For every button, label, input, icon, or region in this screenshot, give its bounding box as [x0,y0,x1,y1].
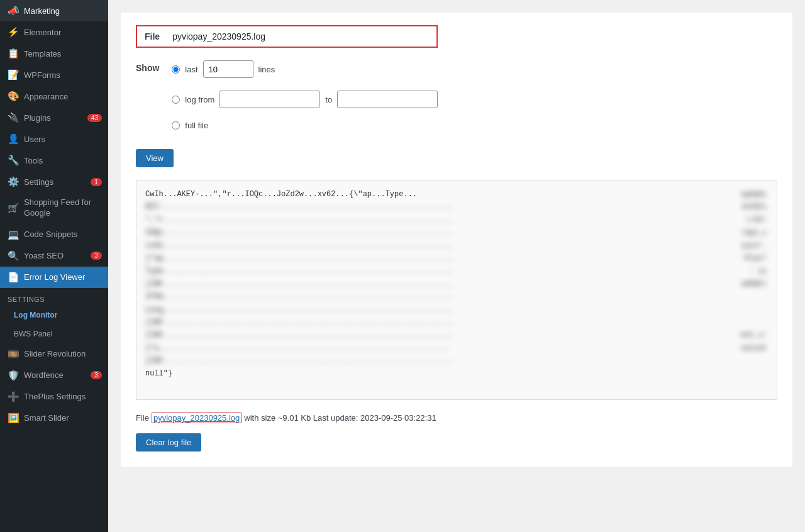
log-line: [INF....................................… [145,329,768,341]
log-from-input[interactable] [219,91,320,108]
log-line: null"} [145,367,768,380]
sidebar-item-code-snippets[interactable]: 💻 Code Snippets [0,224,108,245]
sidebar-section-settings: Settings [0,288,108,306]
radio-last[interactable] [172,65,180,74]
users-icon: 👤 [8,133,19,145]
show-label: Show [136,63,159,73]
sidebar-item-templates[interactable]: 📋 Templates [0,43,108,64]
log-line: xv62....................................… [145,240,768,252]
yoast-icon: 🔍 [8,250,19,262]
to-text: to [325,95,332,104]
wordfence-icon: 🛡️ [8,370,19,381]
log-line: [INF....................................… [145,355,768,367]
slider-revolution-icon: 🎞️ [8,348,19,360]
log-line: Type....................................… [145,265,768,277]
clear-log-button[interactable]: Clear log file [136,433,201,452]
log-to-input[interactable] [337,91,438,108]
file-info-prefix: File [136,413,149,423]
sidebar-item-label: Smart Slider [24,413,102,423]
sidebar-item-bws-panel[interactable]: BWS Panel [0,324,108,343]
sidebar-item-log-monitor[interactable]: Log Monitor [0,306,108,324]
radio-log-from[interactable] [172,96,180,104]
plugins-badge: 43 [87,114,102,122]
error-log-icon: 📄 [8,272,19,283]
code-snippets-icon: 💻 [8,229,19,240]
sidebar-item-theplus-settings[interactable]: ➕ ThePlus Settings [0,386,108,407]
sidebar-item-elementor[interactable]: ⚡ Elementor [0,21,108,43]
show-row-last: last lines [172,60,438,78]
sidebar-sub-label: Log Monitor [14,311,102,319]
elementor-icon: ⚡ [8,26,19,38]
sidebar-item-label: Wordfence [24,370,86,380]
sidebar-item-label: Templates [24,49,102,58]
sidebar-item-smart-slider[interactable]: 🖼️ Smart Slider [0,407,108,429]
file-label: File [145,31,160,42]
sidebar-item-slider-revolution[interactable]: 🎞️ Slider Revolution [0,343,108,365]
main-content: File pyviopay_20230925.log Show last lin… [108,0,805,532]
plugins-icon: 🔌 [8,112,19,123]
file-info-link[interactable]: pyviopay_20230925.log [152,413,242,423]
sidebar-item-plugins[interactable]: 🔌 Plugins 43 [0,107,108,128]
sidebar-item-label: Tools [24,156,102,165]
appearance-icon: 🎨 [8,91,19,102]
lines-text: lines [258,65,275,74]
settings-badge: 1 [91,178,102,186]
sidebar-item-label: Users [24,135,102,144]
sidebar-item-appearance[interactable]: 🎨 Appearance [0,86,108,107]
log-line: [INF....................................… [145,316,768,329]
sidebar-item-wordfence[interactable]: 🛡️ Wordfence 3 [0,365,108,386]
log-line: 3f6b....................................… [145,291,768,303]
smart-slider-icon: 🖼️ [8,413,19,424]
log-content-area: CwIh...AKEY-...","r...IOQc...JoZd2w...xv… [136,180,777,400]
view-button[interactable]: View [136,149,174,167]
log-line: ","r....................................… [145,214,768,226]
shopping-feed-icon: 🛒 [8,202,19,214]
log-line: [INF....................................… [145,278,768,291]
sidebar-item-label: Plugins [24,113,82,123]
sidebar-item-marketing[interactable]: 📣 Marketing [0,0,108,21]
file-info-suffix: with size ~9.01 Kb Last update: 2023-09-… [244,413,436,423]
sidebar-item-label: WPForms [24,70,102,80]
show-row-full-file: full file [172,121,438,130]
file-info-row: File pyviopay_20230925.log with size ~9.… [136,413,777,423]
sidebar-item-yoast-seo[interactable]: 🔍 Yoast SEO 3 [0,245,108,267]
log-line: Leng....................................… [145,304,768,316]
sidebar-item-shopping-feed[interactable]: 🛒 Shopping Feed for Google [0,192,108,224]
show-section: Show last lines lo [136,60,777,136]
sidebar-item-users[interactable]: 👤 Users [0,128,108,150]
templates-icon: 📋 [8,48,19,59]
sidebar-item-wpforms[interactable]: 📝 WPForms [0,64,108,86]
radio-log-from-label[interactable]: log from [185,95,214,104]
show-row-log-from: log from to [172,91,438,108]
sidebar-item-error-log-viewer[interactable]: 📄 Error Log Viewer [0,267,108,288]
wpforms-icon: 📝 [8,69,19,80]
log-line: IOQc....................................… [145,226,768,239]
sidebar: 📣 Marketing ⚡ Elementor 📋 Templates 📝 WP… [0,0,108,532]
settings-icon: ⚙️ [8,176,19,187]
wordfence-badge: 3 [91,371,102,379]
sidebar-item-label: Appearance [24,92,102,101]
sidebar-item-label: Yoast SEO [24,251,86,260]
radio-full-file[interactable] [172,121,180,130]
log-line: CwIh...AKEY-...","r...IOQc...JoZd2w...xv… [145,188,768,201]
sidebar-item-label: Elementor [24,28,102,37]
last-lines-input[interactable] [203,60,253,78]
radio-last-label[interactable]: last [185,65,197,74]
tools-icon: 🔧 [8,155,19,166]
sidebar-item-label: Slider Revolution [24,349,102,358]
sidebar-item-settings[interactable]: ⚙️ Settings 1 [0,171,108,192]
yoast-badge: 3 [91,252,102,260]
sidebar-item-label: Shopping Feed for Google [24,197,102,219]
sidebar-item-label: Error Log Viewer [24,272,102,282]
sidebar-item-tools[interactable]: 🔧 Tools [0,150,108,171]
log-line: {"a.....................................… [145,342,768,355]
log-line: {"ap....................................… [145,252,768,265]
sidebar-item-label: Settings [24,177,86,187]
file-field-row: File pyviopay_20230925.log [136,25,438,48]
radio-full-file-label[interactable]: full file [185,121,208,130]
content-wrap: File pyviopay_20230925.log Show last lin… [121,13,792,467]
log-line: KEY-....................................… [145,201,768,213]
sidebar-item-label: Code Snippets [24,230,102,239]
file-value: pyviopay_20230925.log [172,31,265,42]
sidebar-item-label: ThePlus Settings [24,392,102,401]
